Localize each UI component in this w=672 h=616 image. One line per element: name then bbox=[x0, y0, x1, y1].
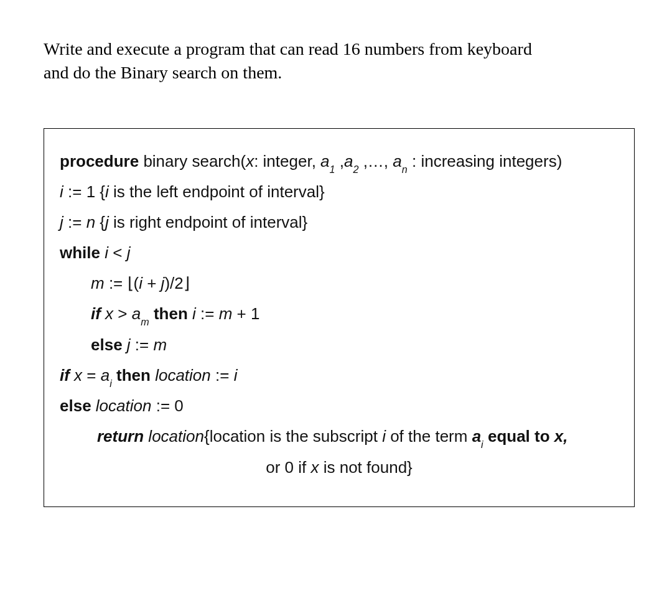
while-keyword: while bbox=[60, 243, 100, 262]
assign-zero: := 0 bbox=[156, 396, 184, 415]
val-i: i bbox=[234, 366, 238, 385]
ret2-pre: or 0 if bbox=[266, 458, 310, 477]
sub-n: n bbox=[402, 164, 408, 175]
sub-m: m bbox=[141, 316, 149, 327]
return-line: return location{location is the subscrip… bbox=[60, 423, 618, 450]
loc: location bbox=[91, 396, 156, 415]
expr-i: i bbox=[139, 274, 147, 292]
var-m: m bbox=[91, 274, 105, 292]
prompt-line-2: and do the Binary search on them. bbox=[44, 63, 282, 82]
cond-a: a bbox=[101, 366, 110, 385]
procedure-keyword: procedure bbox=[60, 152, 139, 170]
brace: { bbox=[100, 213, 105, 231]
if-compare-line: if x > am then i := m + 1 bbox=[60, 301, 618, 328]
ret-eq: equal to bbox=[483, 427, 554, 446]
param-a2: a bbox=[344, 152, 353, 170]
tail: : increasing integers) bbox=[408, 152, 562, 170]
ret2-end: is not found} bbox=[319, 458, 412, 477]
cond-j: j bbox=[127, 243, 131, 262]
return-line-2: or 0 if x is not found} bbox=[60, 454, 618, 481]
ret-open: {location is the subscript bbox=[204, 427, 382, 446]
page: Write and execute a program that can rea… bbox=[0, 0, 672, 532]
cond-x: x bbox=[70, 366, 86, 385]
comma: , bbox=[335, 152, 344, 170]
plus: + bbox=[147, 274, 161, 292]
ret-x: x, bbox=[554, 427, 568, 446]
else-line: else j := m bbox=[60, 332, 618, 358]
ellipsis: ,…, bbox=[358, 152, 393, 170]
exercise-prompt: Write and execute a program that can rea… bbox=[44, 37, 635, 85]
j-init-line: j := n {j is right endpoint of interval} bbox=[60, 209, 618, 236]
param-a1: a bbox=[320, 152, 329, 170]
lt: < bbox=[113, 243, 126, 262]
sub-1: 1 bbox=[330, 164, 335, 175]
assign: := 1 { bbox=[63, 182, 105, 201]
sub-2: 2 bbox=[353, 164, 358, 175]
return-loc: location bbox=[144, 427, 204, 446]
cond-x: x bbox=[101, 304, 118, 323]
comment-text: is the left endpoint of interval} bbox=[109, 182, 325, 201]
gt: > bbox=[118, 304, 131, 323]
body-m: m bbox=[219, 304, 237, 323]
assign: := bbox=[63, 213, 86, 231]
then-keyword: then bbox=[116, 366, 151, 385]
loc: location bbox=[151, 366, 215, 385]
ret-a: a bbox=[472, 427, 481, 446]
body-m: m bbox=[153, 335, 167, 354]
procedure-name: binary search( bbox=[139, 152, 246, 170]
body-j: j bbox=[123, 335, 135, 354]
m-line: m := ⌊(i + j)/2⌋ bbox=[60, 270, 618, 297]
cond-i: i bbox=[100, 243, 113, 262]
floor-open: := ⌊( bbox=[105, 274, 139, 292]
else-keyword: else bbox=[91, 335, 123, 354]
then-keyword: then bbox=[154, 304, 188, 323]
param-an: a bbox=[393, 152, 401, 170]
cond-a: a bbox=[132, 304, 141, 323]
if-keyword: if bbox=[91, 304, 101, 323]
i-init-line: i := 1 {i is the left endpoint of interv… bbox=[60, 179, 618, 205]
sub-i: i bbox=[110, 378, 112, 389]
else-zero-line: else location := 0 bbox=[60, 393, 618, 419]
prompt-line-1: Write and execute a program that can rea… bbox=[44, 39, 532, 58]
sep: : integer, bbox=[254, 152, 320, 170]
param-x: x bbox=[246, 152, 254, 170]
if-keyword: if bbox=[60, 366, 70, 385]
floor-close: )/2⌋ bbox=[164, 274, 189, 292]
var-n: n bbox=[86, 213, 100, 231]
return-keyword: return bbox=[97, 427, 144, 446]
plus1: + 1 bbox=[237, 304, 260, 323]
eq: = bbox=[86, 366, 100, 385]
assign: := bbox=[215, 366, 234, 385]
while-line: while i < j bbox=[60, 240, 618, 266]
ret2-x: x bbox=[310, 458, 319, 477]
procedure-line: procedure binary search(x: integer, a1 ,… bbox=[60, 148, 618, 175]
assign: := bbox=[200, 304, 219, 323]
ret-mid: of the term bbox=[386, 427, 472, 446]
assign: := bbox=[135, 335, 154, 354]
ret-sub-i: i bbox=[481, 439, 483, 450]
algorithm-box: procedure binary search(x: integer, a1 ,… bbox=[44, 128, 635, 507]
else-keyword: else bbox=[60, 396, 91, 415]
comment-text: is right endpoint of interval} bbox=[109, 213, 307, 231]
if-found-line: if x = ai then location := i bbox=[60, 362, 618, 390]
body-i: i bbox=[188, 304, 200, 323]
